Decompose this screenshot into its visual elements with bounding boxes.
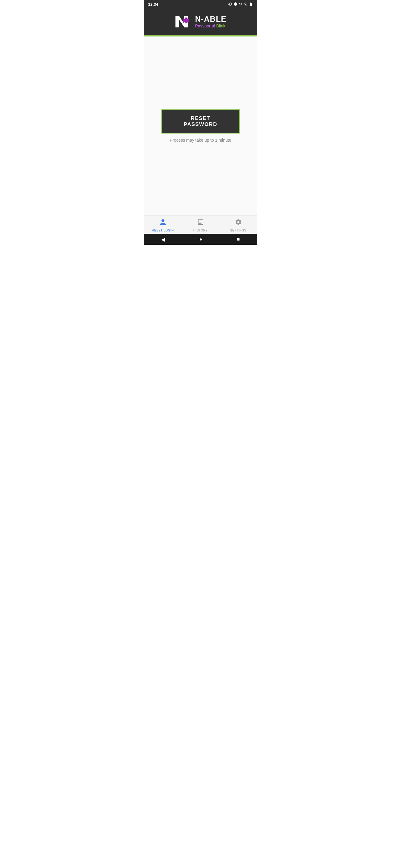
history-icon <box>197 218 204 227</box>
status-icons <box>228 2 253 7</box>
signal-icon <box>244 2 248 7</box>
do-not-disturb-icon <box>233 2 237 7</box>
svg-rect-2 <box>185 18 188 23</box>
settings-icon <box>235 218 242 227</box>
reset-password-button[interactable]: RESET PASSWORD <box>162 110 240 133</box>
recent-button[interactable]: ■ <box>237 237 240 242</box>
back-button[interactable]: ◀ <box>161 237 165 242</box>
subtitle-passportal: Passportal <box>195 24 215 28</box>
bottom-nav: RESET LOGIN HISTORY SETTINGS <box>144 215 257 234</box>
subtitle-blink: Blink <box>215 24 225 28</box>
person-icon <box>159 218 167 227</box>
nav-label-history: HISTORY <box>193 229 208 232</box>
nav-item-reset-login[interactable]: RESET LOGIN <box>144 218 182 232</box>
main-content: RESET PASSWORD Process may take up to 1 … <box>144 36 257 215</box>
app-subtitle: Passportal Blink <box>195 23 226 29</box>
wifi-icon <box>239 2 242 7</box>
app-logo-icon <box>174 14 190 30</box>
status-time: 12:34 <box>148 2 158 7</box>
system-nav: ◀ ● ■ <box>144 234 257 245</box>
battery-icon <box>249 2 253 7</box>
app-header: N-ABLE Passportal Blink <box>144 8 257 35</box>
logo-text: N-ABLE Passportal Blink <box>195 15 226 29</box>
nav-item-settings[interactable]: SETTINGS <box>219 218 257 232</box>
nav-item-history[interactable]: HISTORY <box>182 218 219 232</box>
process-note: Process may take up to 1 minute <box>170 138 231 143</box>
nav-label-reset-login: RESET LOGIN <box>152 229 174 232</box>
nav-label-settings: SETTINGS <box>230 229 246 232</box>
home-button[interactable]: ● <box>199 237 202 242</box>
vibrate-icon <box>228 2 232 7</box>
app-name: N-ABLE <box>195 15 226 24</box>
status-bar: 12:34 <box>144 0 257 8</box>
